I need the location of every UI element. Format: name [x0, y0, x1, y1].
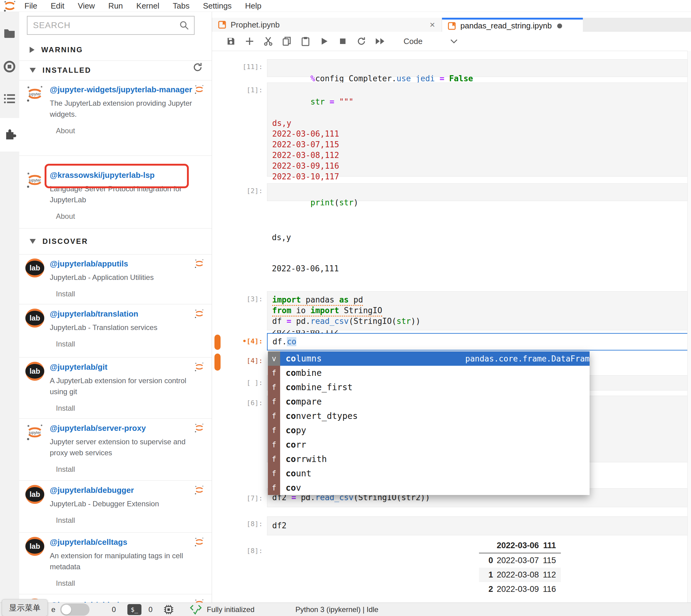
completion-item[interactable]: f corrwith [268, 452, 589, 466]
completion-item[interactable]: f cov [268, 481, 589, 495]
file-browser-icon[interactable] [3, 27, 16, 39]
restart-run-all-button[interactable] [375, 36, 385, 46]
variable-kind-icon: v [268, 351, 280, 366]
completion-item-selected[interactable]: v columns pandas.core.frame.DataFram [268, 351, 589, 366]
discover-section-label: DISCOVER [42, 237, 88, 246]
notebook-scrollbar[interactable] [687, 51, 691, 602]
menu-help[interactable]: Help [245, 1, 261, 11]
chevron-down-icon [30, 68, 36, 73]
input-prompt: [3]: [223, 295, 263, 303]
table-of-contents-icon[interactable] [3, 93, 16, 105]
toggle-knob [61, 605, 71, 614]
stop-button[interactable] [338, 36, 348, 46]
menu-settings[interactable]: Settings [203, 1, 231, 11]
output-collapser[interactable] [215, 354, 221, 371]
chevron-down-icon[interactable] [450, 39, 458, 44]
lsp-status-text[interactable]: Fully initialized [207, 603, 254, 616]
function-kind-icon: f [268, 423, 280, 438]
close-icon[interactable]: × [429, 20, 435, 30]
simple-mode-toggle[interactable] [60, 603, 90, 616]
cut-cells-button[interactable] [263, 36, 273, 46]
menu-run[interactable]: Run [108, 1, 123, 11]
cell-type-select[interactable]: Code [404, 37, 422, 46]
running-kernels-icon[interactable] [3, 61, 16, 73]
extension-title-link[interactable]: @jupyter-widgets/jupyterlab-manager [50, 84, 203, 95]
jupyter-logo-avatar: jupyter [25, 84, 44, 103]
save-button[interactable] [226, 36, 236, 46]
completion-item[interactable]: f count [268, 466, 589, 481]
table-row: 2 2022-03-09 116 [479, 582, 561, 596]
installed-section-header[interactable]: INSTALLED [19, 61, 212, 80]
code-cell[interactable]: %config Completer.use_jedi = False [267, 59, 687, 77]
install-link[interactable]: Install [56, 465, 75, 474]
discover-section-header[interactable]: DISCOVER [19, 228, 212, 255]
menu-file[interactable]: File [24, 1, 37, 11]
warning-section-header[interactable]: WARNING [19, 39, 212, 61]
menu-kernel[interactable]: Kernel [136, 1, 159, 11]
completion-type-hint: pandas.core.frame.DataFram [465, 354, 589, 363]
completion-item[interactable]: f copy [268, 423, 589, 438]
red-annotation-box [45, 164, 189, 188]
add-cell-button[interactable] [244, 36, 255, 46]
completion-item[interactable]: f combine_first [268, 380, 589, 394]
extension-title-link[interactable]: @jupyterlab/server-proxy [50, 423, 203, 433]
extension-title-link[interactable]: @jupyterlab/git [50, 362, 203, 372]
about-link[interactable]: About [56, 212, 75, 221]
input-prompt: [11]: [223, 63, 263, 71]
extension-title-link[interactable]: @jupyterlab/debugger [50, 485, 203, 495]
install-link[interactable]: Install [56, 404, 75, 413]
menu-view[interactable]: View [78, 1, 95, 11]
function-kind-icon: f [268, 394, 280, 409]
jupyterlab-avatar: lab [25, 309, 44, 328]
activity-bar [0, 12, 20, 602]
search-input[interactable] [27, 20, 179, 30]
code-cell[interactable]: str = """ ds,y 2022-03-06,111 2022-03-07… [267, 83, 687, 177]
function-kind-icon: f [268, 438, 280, 452]
jupyter-logo-avatar: jupyter [25, 423, 44, 442]
install-link[interactable]: Install [56, 290, 75, 298]
menu-tabs[interactable]: Tabs [173, 1, 190, 11]
run-button[interactable] [319, 36, 329, 46]
install-link[interactable]: Install [56, 516, 75, 525]
extension-item: lab @jupyterlab/celltags An extension fo… [19, 533, 212, 594]
active-code-cell[interactable]: df.co [267, 333, 687, 350]
install-link[interactable]: Install [56, 340, 75, 348]
cpu-chip-icon [163, 603, 174, 616]
extension-search-box[interactable] [27, 16, 195, 35]
refresh-icon[interactable] [192, 62, 203, 73]
unsaved-changes-dot [557, 24, 562, 28]
chevron-down-icon [30, 239, 36, 244]
restart-kernel-button[interactable] [356, 36, 366, 46]
completion-item[interactable]: f combine [268, 366, 589, 380]
tab-pandas-read-string-ipynb[interactable]: pandas_read_string.ipynb [442, 18, 583, 32]
status-bar: 显示菜单 e 0 $_ 0 Fully initialized Pytho [0, 602, 691, 616]
extension-title-link[interactable]: @jupyterlab/apputils [50, 259, 203, 269]
cell-collapser[interactable] [215, 335, 221, 350]
copy-cells-button[interactable] [282, 36, 292, 46]
code-cell[interactable]: print(str) [267, 183, 687, 201]
extension-title-link[interactable]: @jupyterlab/celltags [50, 537, 203, 547]
notebook-toolbar: Code [212, 32, 691, 51]
paste-cells-button[interactable] [300, 36, 311, 46]
tab-prophet-ipynb[interactable]: Prophet.ipynb × [212, 18, 442, 32]
install-link[interactable]: Install [56, 579, 75, 588]
code-cell[interactable]: import pandas as pd from io import Strin… [267, 291, 687, 330]
tab-label: Prophet.ipynb [231, 20, 280, 30]
terminal-icon: $_ [127, 604, 141, 615]
function-kind-icon: f [268, 380, 280, 394]
jupyterlab-avatar: lab [25, 485, 44, 504]
about-link[interactable]: About [56, 127, 75, 135]
menu-edit[interactable]: Edit [51, 1, 64, 11]
search-icon [179, 20, 189, 30]
completion-item[interactable]: f compare [268, 394, 589, 409]
installed-section-label: INSTALLED [42, 66, 91, 74]
extension-description: Jupyter server extension to supervise an… [50, 436, 203, 458]
completion-item[interactable]: f corr [268, 438, 589, 452]
svg-text:jupyter: jupyter [28, 430, 41, 435]
extension-manager-icon[interactable] [3, 127, 16, 139]
completion-item[interactable]: f convert_dtypes [268, 409, 589, 423]
extension-item: jupyter @jupyter-widgets/jupyterlab-mana… [19, 80, 212, 156]
extension-title-link[interactable]: @jupyterlab/translation [50, 309, 203, 319]
kernel-status-text[interactable]: Python 3 (ipykernel) | Idle [295, 603, 378, 616]
code-cell[interactable]: df2 [267, 516, 687, 535]
